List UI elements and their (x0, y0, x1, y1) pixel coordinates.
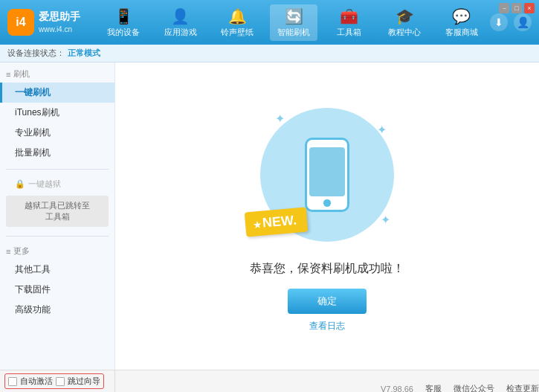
phone-body (305, 138, 349, 212)
nav-tabs: 📱 我的设备 👤 应用游戏 🔔 铃声壁纸 🔄 智能刷机 🧰 工具箱 🎓 (95, 4, 490, 41)
tutorial-icon: 🎓 (396, 7, 414, 25)
ringtone-icon: 🔔 (228, 7, 247, 25)
version-label: V7.98.66 (381, 385, 413, 393)
client-link[interactable]: 客服 (425, 383, 442, 392)
sidebar-item-batch-flash[interactable]: 批量刷机 (0, 143, 114, 163)
header: i4 爱思助手 www.i4.cn 📱 我的设备 👤 应用游戏 🔔 铃声壁纸 🔄… (0, 0, 539, 45)
nav-label-ringtone: 铃声壁纸 (221, 27, 254, 38)
nav-label-apps: 应用游戏 (164, 27, 197, 38)
more-group-icon: ≡ (6, 247, 10, 256)
status-label: 设备连接状态： (7, 48, 65, 59)
content-area: NEW. ✦ ✦ ✦ 恭喜您，保资料刷机成功啦！ 确定 查看日志 (115, 62, 539, 370)
jailbreak-label: 一键越狱 (28, 179, 61, 190)
logo: i4 爱思助手 www.i4.cn (7, 9, 80, 36)
logo-text: 爱思助手 www.i4.cn (39, 10, 80, 35)
sidebar-header-jailbreak: 🔒 一键越狱 (0, 176, 114, 193)
nav-tab-smart-flash[interactable]: 🔄 智能刷机 (270, 4, 317, 41)
sparkle-icon-2: ✦ (377, 123, 387, 137)
flash-group-label: 刷机 (13, 68, 30, 80)
bottom-area: 自动激活 跳过向导 📱 iPhone 15 Pro Max 512GB iPho… (0, 370, 539, 392)
more-group-label: 更多 (13, 245, 30, 257)
nav-tab-apps-games[interactable]: 👤 应用游戏 (157, 4, 204, 41)
nav-label-toolbox: 工具箱 (337, 27, 361, 38)
sidebar-section-more: ≡ 更多 其他工具 下载固件 高级功能 (0, 240, 114, 323)
status-bar: 设备连接状态： 正常模式 (0, 45, 539, 62)
auto-activate-label: 自动激活 (20, 376, 53, 387)
nav-tab-my-device[interactable]: 📱 我的设备 (100, 4, 147, 41)
flash-group-icon: ≡ (6, 70, 10, 79)
account-button[interactable]: 👤 (514, 13, 532, 31)
success-message: 恭喜您，保资料刷机成功啦！ (250, 261, 404, 277)
close-button[interactable]: × (524, 3, 535, 13)
logo-icon: i4 (7, 9, 34, 36)
sidebar-item-one-click-flash[interactable]: 一键刷机 (0, 83, 114, 103)
sidebar-item-pro-flash[interactable]: 专业刷机 (0, 123, 114, 143)
lock-icon: 🔒 (15, 179, 25, 189)
sidebar-section-flash: ≡ 刷机 一键刷机 iTunes刷机 专业刷机 批量刷机 (0, 62, 114, 166)
wechat-link[interactable]: 微信公众号 (454, 383, 494, 392)
nav-tab-ringtone[interactable]: 🔔 铃声壁纸 (213, 4, 261, 41)
nav-tab-service[interactable]: 💬 客服商城 (438, 4, 485, 41)
confirm-button[interactable]: 确定 (288, 289, 367, 314)
service-icon: 💬 (452, 7, 471, 25)
sidebar-header-flash: ≡ 刷机 (0, 65, 114, 83)
main-layout: ≡ 刷机 一键刷机 iTunes刷机 专业刷机 批量刷机 🔒 一键越狱 越狱工具… (0, 62, 539, 370)
auto-activate-area: 自动激活 跳过向导 (4, 373, 104, 389)
bottom-sidebar: 自动激活 跳过向导 📱 iPhone 15 Pro Max 512GB iPho… (0, 370, 115, 392)
guided-restore-checkbox[interactable] (56, 377, 65, 386)
device-icon: 📱 (114, 7, 133, 25)
minimize-button[interactable]: － (499, 3, 509, 13)
sparkle-icon-1: ✦ (275, 112, 285, 126)
nav-label-service: 客服商城 (445, 27, 478, 38)
sparkle-icon-3: ✦ (381, 213, 390, 227)
nav-label-tutorial: 教程中心 (388, 27, 421, 38)
check-update-link[interactable]: 检查更新 (506, 383, 539, 392)
sidebar-sep-1 (6, 169, 109, 170)
status-value: 正常模式 (68, 48, 100, 59)
new-badge: NEW. (245, 207, 309, 237)
window-controls: － □ × (499, 3, 535, 13)
flash-icon: 🔄 (285, 7, 303, 25)
bottom-status-bar: V7.98.66 客服 微信公众号 检查更新 (115, 370, 539, 392)
toolbox-icon: 🧰 (340, 7, 358, 25)
sidebar-sep-2 (6, 236, 109, 237)
phone-home-button (323, 199, 331, 206)
apps-icon: 👤 (171, 7, 190, 25)
guided-restore-label: 跳过向导 (68, 376, 100, 387)
brand-url: www.i4.cn (39, 25, 80, 35)
sidebar-item-itunes-flash[interactable]: iTunes刷机 (0, 103, 114, 123)
nav-tab-toolbox[interactable]: 🧰 工具箱 (327, 4, 372, 41)
phone-illustration: NEW. ✦ ✦ ✦ (253, 100, 401, 249)
sidebar-section-jailbreak: 🔒 一键越狱 越狱工具已跳转至工具箱 (0, 173, 114, 233)
jailbreak-note: 越狱工具已跳转至工具箱 (6, 196, 109, 227)
sidebar-header-more: ≡ 更多 (0, 242, 114, 260)
nav-label-my-device: 我的设备 (107, 27, 140, 38)
phone-screen (309, 147, 345, 197)
view-log-link[interactable]: 查看日志 (309, 320, 345, 332)
brand-name: 爱思助手 (39, 10, 80, 25)
download-button[interactable]: ⬇ (490, 13, 508, 31)
sidebar: ≡ 刷机 一键刷机 iTunes刷机 专业刷机 批量刷机 🔒 一键越狱 越狱工具… (0, 62, 115, 370)
sidebar-item-other-tools[interactable]: 其他工具 (0, 260, 114, 280)
sidebar-item-download-firmware[interactable]: 下载固件 (0, 280, 114, 300)
nav-label-flash: 智能刷机 (277, 27, 310, 38)
auto-activate-checkbox[interactable] (8, 377, 17, 386)
maximize-button[interactable]: □ (511, 3, 522, 13)
header-right: ⬇ 👤 (490, 13, 532, 31)
sidebar-item-advanced[interactable]: 高级功能 (0, 300, 114, 320)
nav-tab-tutorial[interactable]: 🎓 教程中心 (381, 4, 428, 41)
